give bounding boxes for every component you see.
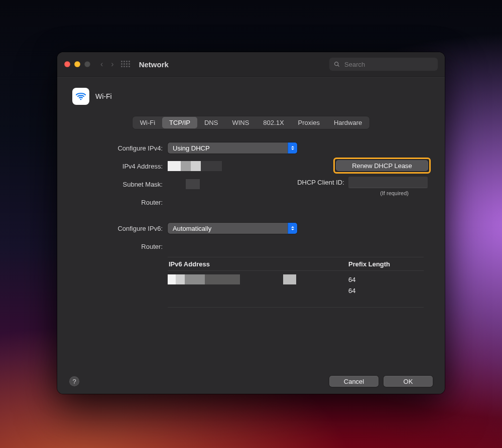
tab-tcpip[interactable]: TCP/IP xyxy=(162,117,197,128)
configure-ipv6-label: Configure IPv6: xyxy=(72,225,168,232)
subnet-mask-label: Subnet Mask: xyxy=(72,181,168,188)
window-title: Network xyxy=(139,60,169,69)
show-all-icon[interactable] xyxy=(121,61,130,68)
subnet-mask-value-redacted xyxy=(186,179,200,189)
svg-point-0 xyxy=(335,62,338,66)
tabs-bar: Wi-Fi TCP/IP DNS WINS 802.1X Proxies Har… xyxy=(132,116,370,129)
service-header: Wi-Fi xyxy=(72,88,433,105)
configure-ipv4-popup[interactable]: Using DHCP xyxy=(168,142,297,154)
router-v4-label: Router: xyxy=(72,199,168,206)
prefix-length-value: 64 xyxy=(348,287,424,294)
content-pane: Wi-Fi Wi-Fi TCP/IP DNS WINS 802.1X Proxi… xyxy=(57,77,445,394)
dhcp-client-id-input[interactable] xyxy=(348,177,428,188)
router-v6-label: Router: xyxy=(72,243,168,250)
close-button[interactable] xyxy=(64,61,70,67)
forward-button[interactable]: › xyxy=(111,60,113,69)
search-input[interactable] xyxy=(343,60,434,69)
search-icon xyxy=(333,61,340,68)
configure-ipv6-popup[interactable]: Automatically xyxy=(168,223,297,234)
nav-arrows: ‹ › xyxy=(100,60,114,69)
renew-dhcp-highlight: Renew DHCP Lease xyxy=(333,158,431,174)
dhcp-client-id-label: DHCP Client ID: xyxy=(297,179,344,186)
tab-8021x[interactable]: 802.1X xyxy=(256,117,291,128)
sheet-footer: ? Cancel OK xyxy=(69,376,433,387)
zoom-button-disabled xyxy=(84,61,90,67)
configure-ipv6-value: Automatically xyxy=(173,225,211,232)
chevron-updown-icon xyxy=(288,142,297,154)
tab-wifi[interactable]: Wi-Fi xyxy=(133,117,162,128)
help-button[interactable]: ? xyxy=(69,376,79,386)
prefix-length-header: Prefix Length xyxy=(348,260,424,268)
ipv6-address-header: IPv6 Address xyxy=(168,260,348,268)
back-button[interactable]: ‹ xyxy=(100,60,103,69)
tcpip-form: Renew DHCP Lease DHCP Client ID: (If req… xyxy=(72,140,433,308)
svg-point-2 xyxy=(80,99,82,100)
service-name: Wi-Fi xyxy=(95,92,112,100)
tab-wins[interactable]: WINS xyxy=(225,117,256,128)
ok-button[interactable]: OK xyxy=(384,376,433,387)
ipv6-table: IPv6 Address Prefix Length xyxy=(168,257,424,308)
table-row: 64 xyxy=(168,285,424,296)
dhcp-client-id-group: DHCP Client ID: (If required) xyxy=(292,177,433,196)
table-row: 64 xyxy=(168,274,424,285)
ipv4-address-value-redacted xyxy=(168,161,222,171)
wifi-icon xyxy=(72,88,89,105)
network-preferences-window: ‹ › Network xyxy=(57,52,445,394)
ipv6-address-value-redacted xyxy=(168,274,296,284)
dhcp-client-id-hint: (If required) xyxy=(380,190,409,196)
tab-dns[interactable]: DNS xyxy=(197,117,225,128)
traffic-lights xyxy=(64,61,90,67)
cancel-button[interactable]: Cancel xyxy=(329,376,379,387)
ipv4-address-label: IPv4 Address: xyxy=(72,163,168,170)
configure-ipv4-value: Using DHCP xyxy=(173,144,210,152)
chevron-updown-icon xyxy=(288,223,297,234)
tab-proxies[interactable]: Proxies xyxy=(291,117,327,128)
svg-line-1 xyxy=(338,65,339,67)
prefix-length-value: 64 xyxy=(348,276,424,283)
search-field[interactable] xyxy=(329,58,438,71)
minimize-button[interactable] xyxy=(74,61,80,67)
window-titlebar: ‹ › Network xyxy=(57,52,445,77)
tab-hardware[interactable]: Hardware xyxy=(327,117,369,128)
configure-ipv4-label: Configure IPv4: xyxy=(72,144,168,152)
renew-dhcp-button[interactable]: Renew DHCP Lease xyxy=(336,160,428,171)
